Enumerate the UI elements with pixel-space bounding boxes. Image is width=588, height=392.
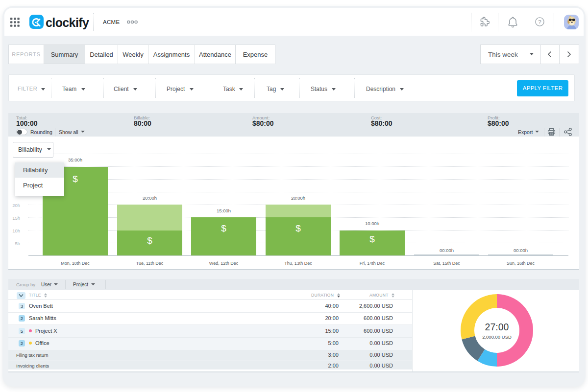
svg-text:?: ? xyxy=(538,19,541,25)
